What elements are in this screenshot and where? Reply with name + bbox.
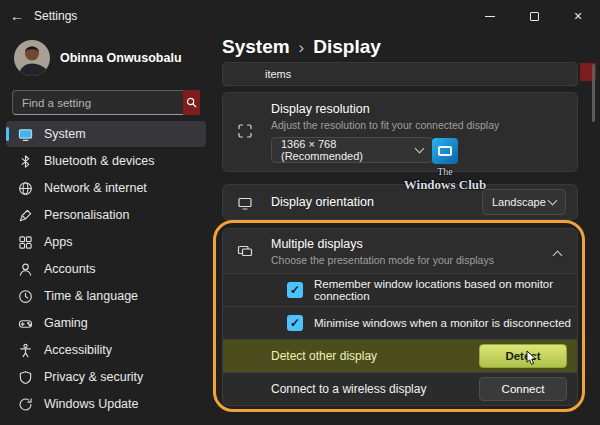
sidebar: Obinna Onwusobalu System Bluetooth & dev… bbox=[0, 32, 212, 425]
detect-button[interactable]: Detect bbox=[479, 344, 567, 368]
sidebar-item-privacy-security[interactable]: Privacy & security bbox=[6, 364, 206, 390]
person-icon bbox=[17, 261, 33, 277]
sidebar-item-label: Privacy & security bbox=[44, 370, 143, 384]
search-icon[interactable] bbox=[183, 90, 200, 115]
setting-subtitle: Adjust the resolution to fit your connec… bbox=[271, 119, 499, 131]
checkbox-label: Minimise windows when a monitor is disco… bbox=[314, 317, 571, 329]
check-icon: ✓ bbox=[290, 316, 300, 330]
display-icon bbox=[17, 126, 33, 142]
multiple-displays-card: Multiple displays Choose the presentatio… bbox=[222, 228, 578, 406]
chevron-up-icon[interactable] bbox=[553, 251, 563, 261]
close-button[interactable]: × bbox=[556, 0, 600, 32]
close-icon: × bbox=[574, 9, 582, 23]
scale-layout-card-fragment: items bbox=[222, 62, 578, 86]
maximize-button[interactable] bbox=[512, 0, 556, 32]
back-button[interactable]: ← bbox=[0, 0, 34, 32]
clock-icon bbox=[17, 288, 33, 304]
checkbox-label: Remember window locations based on monit… bbox=[314, 278, 577, 302]
titlebar: ← Settings × bbox=[0, 0, 600, 32]
sidebar-item-bluetooth-devices[interactable]: Bluetooth & devices bbox=[6, 148, 206, 174]
breadcrumb-root[interactable]: System bbox=[222, 36, 290, 58]
globe-icon bbox=[17, 180, 33, 196]
minimise-windows-row: ✓ Minimise windows when a monitor is dis… bbox=[223, 306, 577, 339]
multi-display-icon bbox=[237, 243, 253, 259]
sidebar-item-label: Time & language bbox=[44, 289, 138, 303]
minimise-windows-checkbox[interactable]: ✓ bbox=[287, 315, 303, 331]
sidebar-item-windows-update[interactable]: Windows Update bbox=[6, 391, 206, 417]
connect-button[interactable]: Connect bbox=[479, 377, 567, 401]
apps-grid-icon bbox=[17, 234, 33, 250]
breadcrumb: System › Display bbox=[222, 36, 381, 58]
sidebar-item-label: Gaming bbox=[44, 316, 88, 330]
check-icon: ✓ bbox=[290, 283, 300, 297]
display-orientation-card: Display orientation Landscape bbox=[222, 184, 578, 220]
sidebar-item-system[interactable]: System bbox=[6, 121, 206, 147]
sidebar-item-apps[interactable]: Apps bbox=[6, 229, 206, 255]
main-content: System › Display items Display resolutio… bbox=[212, 32, 600, 425]
minimize-button[interactable] bbox=[468, 0, 512, 32]
sidebar-item-network-internet[interactable]: Network & internet bbox=[6, 175, 206, 201]
sidebar-item-label: Windows Update bbox=[44, 397, 139, 411]
sidebar-item-accounts[interactable]: Accounts bbox=[6, 256, 206, 282]
shield-icon bbox=[17, 369, 33, 385]
remember-window-locations-checkbox[interactable]: ✓ bbox=[287, 282, 303, 298]
update-arrows-icon bbox=[17, 396, 33, 412]
sidebar-item-label: Personalisation bbox=[44, 208, 129, 222]
setting-title: Display resolution bbox=[271, 102, 370, 116]
minimize-icon bbox=[485, 16, 495, 17]
sidebar-item-personalisation[interactable]: Personalisation bbox=[6, 202, 206, 228]
paintbrush-icon bbox=[17, 207, 33, 223]
sidebar-item-gaming[interactable]: Gaming bbox=[6, 310, 206, 336]
multiple-displays-header[interactable]: Multiple displays Choose the presentatio… bbox=[223, 229, 577, 273]
user-name: Obinna Onwusobalu bbox=[60, 51, 182, 65]
breadcrumb-separator: › bbox=[299, 38, 305, 58]
resolution-icon bbox=[237, 123, 253, 139]
maximize-icon bbox=[530, 12, 539, 21]
setting-title: Display orientation bbox=[271, 185, 374, 219]
accessibility-person-icon bbox=[17, 342, 33, 358]
remember-window-locations-row: ✓ Remember window locations based on mon… bbox=[223, 273, 577, 306]
sidebar-item-label: Accessibility bbox=[44, 343, 112, 357]
back-arrow-icon: ← bbox=[10, 8, 24, 24]
action-label: Detect other display bbox=[271, 349, 377, 363]
resolution-dropdown[interactable]: 1366 × 768 (Recommended) bbox=[271, 137, 433, 163]
fragment-text: items bbox=[223, 63, 577, 85]
setting-subtitle: Choose the presentation mode for your di… bbox=[271, 254, 494, 266]
display-resolution-card: Display resolution Adjust the resolution… bbox=[222, 92, 578, 172]
sidebar-item-label: Accounts bbox=[44, 262, 95, 276]
connect-wireless-display-row: Connect to a wireless display Connect bbox=[223, 372, 577, 405]
sidebar-item-accessibility[interactable]: Accessibility bbox=[6, 337, 206, 363]
sidebar-item-time-language[interactable]: Time & language bbox=[6, 283, 206, 309]
sidebar-item-label: System bbox=[44, 127, 86, 141]
setting-title: Multiple displays bbox=[271, 237, 363, 251]
settings-window: ← Settings × Obinna Onwusobalu bbox=[0, 0, 600, 425]
sidebar-item-label: Bluetooth & devices bbox=[44, 154, 155, 168]
orientation-dropdown[interactable]: Landscape bbox=[482, 189, 566, 215]
sidebar-item-label: Apps bbox=[44, 235, 73, 249]
bluetooth-icon bbox=[17, 153, 33, 169]
search-input[interactable] bbox=[12, 90, 200, 115]
resolution-value: 1366 × 768 (Recommended) bbox=[281, 138, 416, 162]
avatar bbox=[14, 40, 50, 76]
sidebar-nav: System Bluetooth & devices Network & int… bbox=[0, 121, 212, 417]
chevron-down-icon bbox=[548, 196, 558, 206]
page-title: Display bbox=[313, 36, 381, 58]
action-label: Connect to a wireless display bbox=[271, 382, 426, 396]
orientation-icon bbox=[237, 195, 253, 211]
search-box bbox=[12, 90, 200, 115]
orientation-value: Landscape bbox=[492, 196, 546, 208]
scrollbar-thumb[interactable] bbox=[592, 64, 595, 122]
window-controls: × bbox=[468, 0, 600, 32]
window-title: Settings bbox=[34, 9, 77, 23]
gamepad-icon bbox=[17, 315, 33, 331]
chevron-down-icon bbox=[415, 144, 425, 154]
sidebar-item-label: Network & internet bbox=[44, 181, 147, 195]
user-profile[interactable]: Obinna Onwusobalu bbox=[0, 32, 212, 82]
detect-other-display-row: Detect other display Detect bbox=[223, 339, 577, 372]
